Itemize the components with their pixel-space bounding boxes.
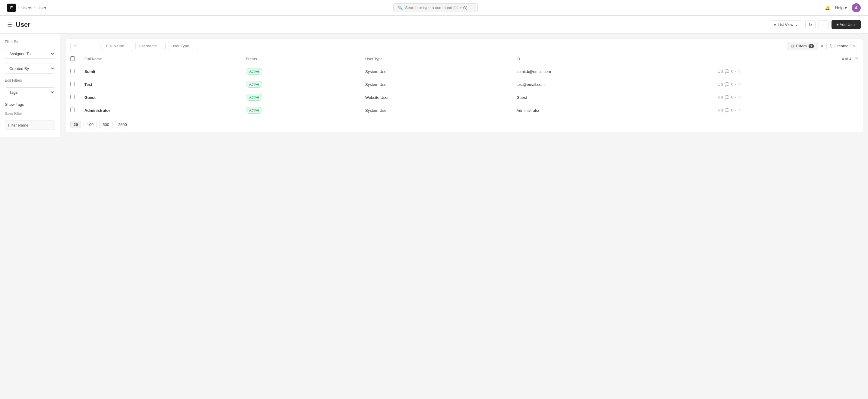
page-size-20[interactable]: 20 [70,121,81,128]
created-by-select[interactable]: Created By [5,64,55,73]
page-size-500[interactable]: 500 [99,121,113,128]
breadcrumb-users[interactable]: Users [22,5,33,10]
sort-button[interactable]: ⇅ Created On [826,42,858,50]
row-status: Active [241,78,361,91]
chevron-down-icon: ▾ [845,5,847,10]
tags-select[interactable]: Tags [5,88,55,97]
heart-icon[interactable]: ♡ [738,69,741,73]
topbar-left: F › Users › User [7,4,46,12]
table-body: Sumit Active System User sumit.b@email.c… [65,65,863,117]
fullname-filter-input[interactable] [103,42,133,50]
filter-clear-button[interactable]: ✕ [820,44,824,48]
table-wrapper: ⊟ Filters 1 ✕ ⇅ Created On [65,39,863,132]
row-age: 1 d [718,82,723,87]
page-header-left: ☰ User [7,21,30,29]
record-count: 4 of 4 [842,57,851,61]
row-status: Active [241,91,361,104]
row-comments: 0 [731,69,733,73]
add-user-button[interactable]: + Add User [832,20,861,29]
row-fullname[interactable]: Guest [80,91,241,104]
row-status: Active [241,65,361,78]
usertype-filter-input[interactable] [168,42,198,50]
filter-bar: ⊟ Filters 1 ✕ ⇅ Created On [65,39,863,53]
dot-separator: · [735,108,736,112]
list-view-icon: ≡ [774,22,776,27]
row-fullname[interactable]: Administrator [80,104,241,117]
row-checkbox[interactable] [70,82,75,86]
row-meta: 1 d 💬 0 · ♡ [713,65,863,78]
row-id: Administrator [512,104,713,117]
assigned-to-select[interactable]: Assigned To [5,49,55,59]
row-usertype: System User [361,104,512,117]
row-fullname[interactable]: Test [80,78,241,91]
row-checkbox[interactable] [70,108,75,112]
filter-count: 1 [809,44,814,48]
more-button[interactable]: ··· [818,20,829,29]
search-icon: 🔍 [398,5,403,10]
header-usertype: User Type [361,53,512,65]
comment-icon[interactable]: 💬 [725,108,729,112]
table-row: Guest Active Website User Guest 6 d 💬 0 … [65,91,863,104]
row-fullname[interactable]: Sumit [80,65,241,78]
table-scroll-area: Full Name Status User Type ID 4 of 4 ♡ [65,53,863,117]
row-usertype: Website User [361,91,512,104]
header-id: ID [512,53,713,65]
heart-icon[interactable]: ♡ [738,95,741,99]
page-size-100[interactable]: 100 [84,121,97,128]
row-age: 6 d [718,108,723,112]
row-checkbox-cell [65,78,80,91]
table-row: Administrator Active System User Adminis… [65,104,863,117]
save-filter-label: Save Filter [5,111,55,116]
list-view-button[interactable]: ≡ List View ⌄ [770,20,802,29]
sort-label: Created On [835,44,855,48]
filters-label: Filters [796,44,806,48]
row-age: 1 d [718,69,723,73]
table-row: Sumit Active System User sumit.b@email.c… [65,65,863,78]
search-placeholder: Search or type a command (⌘ + G) [405,5,467,10]
avatar[interactable]: A [852,3,861,12]
app-icon[interactable]: F [7,4,16,12]
row-meta: 6 d 💬 0 · ♡ [713,104,863,117]
row-status: Active [241,104,361,117]
heart-icon[interactable]: ♡ [738,82,741,87]
comment-icon[interactable]: 💬 [725,95,729,99]
comment-icon[interactable]: 💬 [725,69,729,73]
comment-icon[interactable]: 💬 [725,82,729,87]
heart-icon[interactable]: ♡ [738,108,741,112]
header-fullname: Full Name [80,53,241,65]
breadcrumb-sep2: › [34,5,36,10]
filter-name-input[interactable] [5,121,55,130]
dot-separator: · [735,69,736,73]
table-header-row: Full Name Status User Type ID 4 of 4 ♡ [65,53,863,65]
id-filter-input[interactable] [70,42,100,50]
favorite-all-icon[interactable]: ♡ [855,57,858,61]
breadcrumb-user[interactable]: User [37,5,46,10]
search-bar[interactable]: 🔍 Search or type a command (⌘ + G) [393,3,478,12]
topbar: F › Users › User 🔍 Search or type a comm… [0,0,868,16]
main-content: Filter By Assigned To Created By Edit Fi… [0,34,868,137]
filters-badge[interactable]: ⊟ Filters 1 [787,42,818,50]
username-filter-input[interactable] [135,42,165,50]
header-status: Status [241,53,361,65]
filter-by-label: Filter By [5,40,55,44]
select-all-checkbox[interactable] [70,56,75,61]
status-badge: Active [246,107,262,113]
breadcrumb: › Users › User [18,5,46,10]
refresh-button[interactable]: ↻ [805,20,815,29]
row-usertype: System User [361,78,512,91]
page-size-2500[interactable]: 2500 [115,121,130,128]
hamburger-icon[interactable]: ☰ [7,22,12,28]
page-header: ☰ User ≡ List View ⌄ ↻ ··· + Add User [0,16,868,34]
row-checkbox[interactable] [70,95,75,99]
sidebar: Filter By Assigned To Created By Edit Fi… [0,34,60,137]
breadcrumb-sep1: › [18,5,20,10]
bell-icon[interactable]: 🔔 [825,5,830,10]
row-meta: 1 d 💬 0 · ♡ [713,78,863,91]
show-tags-label[interactable]: Show Tags [5,102,55,107]
help-button[interactable]: Help ▾ [835,5,847,10]
row-comments: 0 [731,82,733,87]
row-comments: 0 [731,95,733,99]
page-header-right: ≡ List View ⌄ ↻ ··· + Add User [770,20,861,29]
row-checkbox[interactable] [70,69,75,73]
sort-icon: ⇅ [830,44,833,48]
